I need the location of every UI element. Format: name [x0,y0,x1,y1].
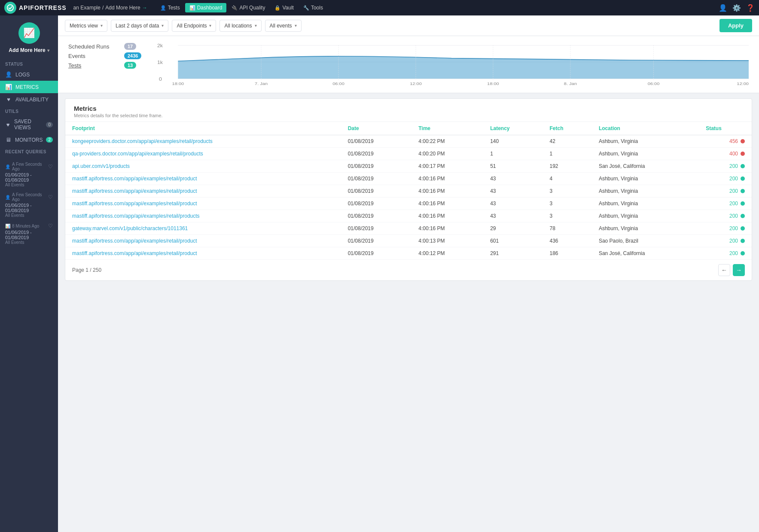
nav-dashboard[interactable]: 📊 Dashboard [185,3,227,12]
status-code-8: 200 [729,238,738,244]
recent-item-1[interactable]: 👤 A Few Seconds Ago ♡ 01/06/2019 - 01/08… [0,190,58,220]
api-icon: 🔌 [232,5,238,11]
metrics-section: Metrics Metrics details for the selected… [65,98,752,281]
table-row: mastiff.apifortress.com/app/api/examples… [65,210,752,222]
footprint-link-8[interactable]: mastiff.apifortress.com/app/api/examples… [72,238,197,244]
footprint-link-2[interactable]: api.uber.com/v1/products [72,163,130,169]
favorite-icon-0[interactable]: ♡ [48,164,53,170]
cell-fetch-7: 78 [543,222,591,235]
chevron-down-icon: ▾ [209,23,211,28]
recent-type-0: All Events [5,182,53,187]
events-select[interactable]: All events ▾ [265,20,302,32]
col-status[interactable]: Status [699,122,752,135]
footprint-link-7[interactable]: gateway.marvel.com/v1/public/characters/… [72,225,188,231]
cell-fetch-3: 4 [543,173,591,185]
project-name-label: Add More Here [9,47,45,53]
breadcrumb-project[interactable]: an Example [73,5,101,11]
cell-footprint-1[interactable]: qa-providers.doctor.com/app/api/examples… [65,148,341,160]
col-footprint[interactable]: Footprint [65,122,341,135]
cell-footprint-6[interactable]: mastiff.apifortress.com/app/api/examples… [65,210,341,222]
status-dot-9 [741,251,745,255]
cell-latency-7: 29 [483,222,543,235]
metrics-subtitle: Metrics details for the selected time fr… [74,113,743,118]
col-time[interactable]: Time [412,122,483,135]
cell-footprint-0[interactable]: kongeeproviders.doctor.com/app/api/examp… [65,135,341,148]
apply-button[interactable]: Apply [719,19,752,32]
sidebar-item-metrics[interactable]: 📊 METRICS [0,81,58,93]
status-code-5: 200 [729,201,738,207]
svg-point-0 [7,5,13,11]
col-fetch[interactable]: Fetch [543,122,591,135]
sidebar-item-monitors[interactable]: 🖥 MONITORS 2 [0,134,58,146]
nav-tests[interactable]: 👤 Tests [156,3,184,12]
cell-footprint-8[interactable]: mastiff.apifortress.com/app/api/examples… [65,235,341,247]
locations-select[interactable]: All locations ▾ [219,20,261,32]
cell-time-6: 4:00:16 PM [412,210,483,222]
cell-status-8: 200 [699,235,752,247]
logo[interactable]: APIFORTRESS [4,2,67,14]
view-select[interactable]: Metrics view ▾ [65,20,107,32]
breadcrumb-current[interactable]: Add More Here [105,5,140,11]
endpoints-select[interactable]: All Endpoints ▾ [172,20,216,32]
recent-item-0[interactable]: 👤 A Few Seconds Ago ♡ 01/06/2019 - 01/08… [0,159,58,190]
project-section: 📈 Add More Here ▾ [0,15,58,58]
cell-footprint-7[interactable]: gateway.marvel.com/v1/public/characters/… [65,222,341,235]
cell-location-8: Sao Paolo, Brazil [592,235,699,247]
sidebar-item-availability[interactable]: ♥ AVAILABILITY [0,93,58,106]
cell-footprint-4[interactable]: mastiff.apifortress.com/app/api/examples… [65,185,341,198]
help-icon[interactable]: ❓ [746,4,755,12]
footprint-link-4[interactable]: mastiff.apifortress.com/app/api/examples… [72,188,197,194]
cell-date-2: 01/08/2019 [341,160,412,173]
cell-location-6: Ashburn, Virginia [592,210,699,222]
nav-vault[interactable]: 🔒 Vault [270,3,298,12]
footprint-link-1[interactable]: qa-providers.doctor.com/app/api/examples… [72,151,203,157]
svg-text:06:00: 06:00 [648,82,660,86]
status-dot-4 [741,189,745,193]
next-page-button[interactable]: → [733,264,745,276]
sidebar-item-logs[interactable]: 👤 LOGS [0,68,58,81]
cell-footprint-9[interactable]: mastiff.apifortress.com/app/api/examples… [65,247,341,260]
cell-location-7: Ashburn, Virginia [592,222,699,235]
cell-footprint-3[interactable]: mastiff.apifortress.com/app/api/examples… [65,173,341,185]
footprint-link-0[interactable]: kongeeproviders.doctor.com/app/api/examp… [72,138,213,144]
project-name[interactable]: Add More Here ▾ [9,47,49,53]
tests-label[interactable]: Tests [68,62,120,69]
status-code-0: 456 [729,138,738,144]
sidebar-item-saved-views[interactable]: ♥ SAVED VIEWS 0 [0,116,58,134]
footprint-link-3[interactable]: mastiff.apifortress.com/app/api/examples… [72,176,197,182]
cell-latency-4: 43 [483,185,543,198]
cell-footprint-5[interactable]: mastiff.apifortress.com/app/api/examples… [65,198,341,210]
footprint-link-5[interactable]: mastiff.apifortress.com/app/api/examples… [72,201,197,207]
top-nav: APIFORTRESS an Example / Add More Here →… [0,0,759,15]
profile-icon[interactable]: 👤 [719,4,727,12]
footprint-link-9[interactable]: mastiff.apifortress.com/app/api/examples… [72,250,197,256]
sidebar: 📈 Add More Here ▾ Status 👤 LOGS 📊 METRIC… [0,15,58,532]
favorite-icon-1[interactable]: ♡ [48,194,53,200]
settings-icon[interactable]: ⚙️ [732,4,741,12]
status-code-2: 200 [729,163,738,169]
chevron-down-icon: ▾ [295,23,297,28]
nav-dashboard-label: Dashboard [197,5,223,11]
table-row: api.uber.com/v1/products 01/08/2019 4:00… [65,160,752,173]
status-code-1: 400 [729,151,738,157]
table-row: qa-providers.doctor.com/app/api/examples… [65,148,752,160]
cell-footprint-2[interactable]: api.uber.com/v1/products [65,160,341,173]
nav-vault-label: Vault [282,5,293,11]
time-select[interactable]: Last 2 days of data ▾ [111,20,168,32]
svg-text:2k: 2k [157,43,163,48]
nav-tools[interactable]: 🔧 Tools [299,3,327,12]
page-buttons: ← → [718,264,745,276]
footprint-link-6[interactable]: mastiff.apifortress.com/app/api/examples… [72,213,200,219]
cell-status-3: 200 [699,173,752,185]
cell-date-6: 01/08/2019 [341,210,412,222]
svg-text:06:00: 06:00 [332,82,344,86]
prev-page-button[interactable]: ← [718,264,730,276]
col-latency[interactable]: Latency [483,122,543,135]
nav-api-quality[interactable]: 🔌 API Quality [227,3,269,12]
favorite-icon-2[interactable]: ♡ [48,223,53,229]
col-date[interactable]: Date [341,122,412,135]
col-location[interactable]: Location [592,122,699,135]
cell-location-9: San José, California [592,247,699,260]
recent-item-2[interactable]: 📊 8 Minutes Ago ♡ 01/06/2019 - 01/08/201… [0,220,58,247]
cell-fetch-1: 1 [543,148,591,160]
